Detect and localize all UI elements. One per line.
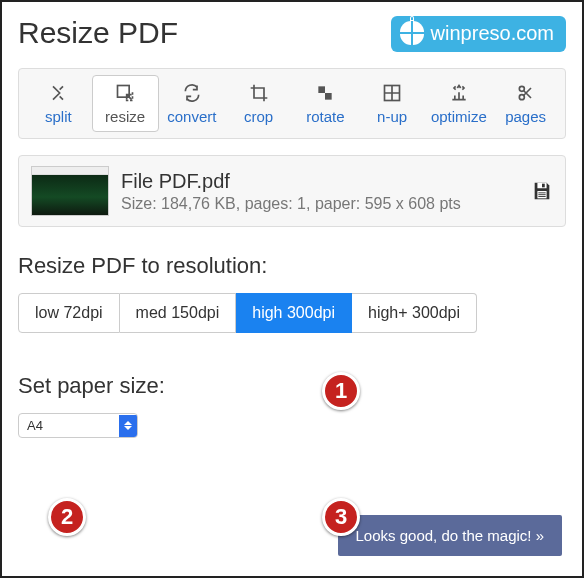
tool-pages[interactable]: pages xyxy=(492,75,559,132)
tool-crop[interactable]: crop xyxy=(225,75,292,132)
tool-resize[interactable]: resize xyxy=(92,75,159,132)
svg-rect-7 xyxy=(542,184,545,188)
tool-label: split xyxy=(45,108,72,125)
brand-logo-icon xyxy=(399,20,425,46)
split-icon xyxy=(47,82,69,104)
header: Resize PDF winpreso.com xyxy=(18,12,566,56)
tool-label: optimize xyxy=(431,108,487,125)
tool-label: resize xyxy=(105,108,145,125)
paper-label: Set paper size: xyxy=(18,373,566,399)
select-arrows-icon xyxy=(119,415,137,437)
tool-label: pages xyxy=(505,108,546,125)
file-panel: File PDF.pdf Size: 184,76 KB, pages: 1, … xyxy=(18,155,566,227)
paper-size-select[interactable]: A4 xyxy=(18,413,138,438)
tool-split[interactable]: split xyxy=(25,75,92,132)
brand-text: winpreso.com xyxy=(431,22,554,45)
paper-section: Set paper size: A4 xyxy=(18,373,566,438)
tool-label: rotate xyxy=(306,108,344,125)
resolution-option-highplus[interactable]: high+ 300dpi xyxy=(352,293,477,333)
resolution-options: low 72dpi med 150dpi high 300dpi high+ 3… xyxy=(18,293,566,333)
tool-convert[interactable]: convert xyxy=(159,75,226,132)
resolution-option-med[interactable]: med 150dpi xyxy=(120,293,237,333)
tool-optimize[interactable]: optimize xyxy=(426,75,493,132)
save-icon[interactable] xyxy=(531,180,553,202)
resolution-section: Resize PDF to resolution: low 72dpi med … xyxy=(18,253,566,333)
resolution-option-low[interactable]: low 72dpi xyxy=(18,293,120,333)
tool-toolbar: split resize convert crop rotate xyxy=(18,68,566,139)
callout-2: 2 xyxy=(48,498,86,536)
page-title: Resize PDF xyxy=(18,16,178,50)
tool-label: convert xyxy=(167,108,216,125)
file-name: File PDF.pdf xyxy=(121,170,519,193)
tool-label: crop xyxy=(244,108,273,125)
resolution-option-high[interactable]: high 300dpi xyxy=(236,293,352,333)
file-thumbnail xyxy=(31,166,109,216)
file-info: File PDF.pdf Size: 184,76 KB, pages: 1, … xyxy=(121,170,519,213)
file-meta: Size: 184,76 KB, pages: 1, paper: 595 x … xyxy=(121,195,519,213)
rotate-icon xyxy=(314,82,336,104)
resolution-label: Resize PDF to resolution: xyxy=(18,253,566,279)
tool-rotate[interactable]: rotate xyxy=(292,75,359,132)
nup-icon xyxy=(381,82,403,104)
tool-nup[interactable]: n-up xyxy=(359,75,426,132)
app-frame: Resize PDF winpreso.com split resize con… xyxy=(0,0,584,578)
do-magic-button[interactable]: Looks good, do the magic! » xyxy=(338,515,562,556)
tool-label: n-up xyxy=(377,108,407,125)
resize-icon xyxy=(114,82,136,104)
paper-size-value: A4 xyxy=(19,414,119,437)
crop-icon xyxy=(248,82,270,104)
pages-icon xyxy=(515,82,537,104)
svg-rect-1 xyxy=(319,86,326,93)
optimize-icon xyxy=(448,82,470,104)
svg-rect-2 xyxy=(325,93,332,100)
brand-badge[interactable]: winpreso.com xyxy=(391,16,566,52)
convert-icon xyxy=(181,82,203,104)
